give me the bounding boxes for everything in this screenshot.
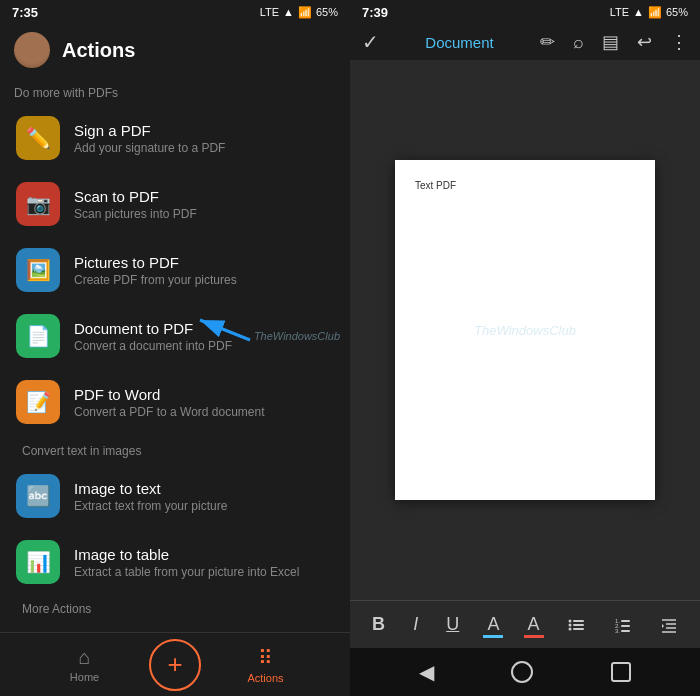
left-panel: 7:35 LTE ▲ 📶 65% Actions Do more with PD… <box>0 0 350 696</box>
bottom-nav-left: ⌂ Home + ⠿ Actions <box>0 632 350 696</box>
svg-rect-11 <box>621 625 630 627</box>
bold-button[interactable]: B <box>366 610 391 639</box>
svg-rect-13 <box>621 630 630 632</box>
action-item-img-text[interactable]: 🔤 Image to text Extract text from your p… <box>8 464 342 528</box>
formatting-toolbar: B I U A A 1. 2. <box>350 600 700 648</box>
action-list: ✏️ Sign a PDF Add your signature to a PD… <box>0 106 350 632</box>
lte-icon: LTE <box>260 6 279 18</box>
status-icons-left: LTE ▲ 📶 65% <box>260 6 338 19</box>
text-color-button[interactable]: A <box>522 610 546 639</box>
svg-rect-5 <box>573 624 584 626</box>
nav-home[interactable]: ⌂ Home <box>20 646 149 683</box>
recents-button[interactable] <box>611 662 631 682</box>
img-text-desc: Extract text from your picture <box>74 499 334 513</box>
time-right: 7:39 <box>362 5 388 20</box>
svg-marker-18 <box>662 624 664 628</box>
sign-pdf-icon: ✏️ <box>16 116 60 160</box>
pictures-pdf-desc: Create PDF from your pictures <box>74 273 334 287</box>
avatar <box>14 32 50 68</box>
pdf-word-desc: Convert a PDF to a Word document <box>74 405 334 419</box>
action-item-pdf-word[interactable]: 📝 PDF to Word Convert a PDF to a Word do… <box>8 370 342 434</box>
signal-bars-right: ▲ <box>633 6 644 18</box>
scan-pdf-text: Scan to PDF Scan pictures into PDF <box>74 188 334 221</box>
img-text-text: Image to text Extract text from your pic… <box>74 480 334 513</box>
action-item-sign-pdf[interactable]: ✏️ Sign a PDF Add your signature to a PD… <box>8 106 342 170</box>
svg-rect-3 <box>573 620 584 622</box>
section-label-pdfs: Do more with PDFs <box>0 78 350 106</box>
pdf-content-text: Text PDF <box>415 180 456 191</box>
svg-rect-9 <box>621 620 630 622</box>
bullet-list-button[interactable] <box>562 612 592 638</box>
system-nav-right: ◀ <box>350 648 700 696</box>
pdf-word-text: PDF to Word Convert a PDF to a Word docu… <box>74 386 334 419</box>
status-icons-right: LTE ▲ 📶 65% <box>610 6 688 19</box>
action-item-scan-pdf[interactable]: 📷 Scan to PDF Scan pictures into PDF <box>8 172 342 236</box>
home-circle-button[interactable] <box>511 661 533 683</box>
more-options-icon[interactable]: ⋮ <box>670 31 688 53</box>
section-label-images: Convert text in images <box>8 436 342 464</box>
doc-preview-area: Text PDF TheWindowsClub <box>350 60 700 600</box>
action-item-pictures-pdf[interactable]: 🖼️ Pictures to PDF Create PDF from your … <box>8 238 342 302</box>
img-table-title: Image to table <box>74 546 334 563</box>
italic-button[interactable]: I <box>407 610 424 639</box>
undo-icon[interactable]: ↩ <box>637 31 652 53</box>
scan-pdf-desc: Scan pictures into PDF <box>74 207 334 221</box>
wifi-icon: 📶 <box>298 6 312 19</box>
battery-left: 65% <box>316 6 338 18</box>
sign-pdf-text: Sign a PDF Add your signature to a PDF <box>74 122 334 155</box>
pdf-word-title: PDF to Word <box>74 386 334 403</box>
scan-pdf-title: Scan to PDF <box>74 188 334 205</box>
doc-pdf-icon: 📄 <box>16 314 60 358</box>
color-letter: A <box>528 614 540 635</box>
scan-pdf-icon: 📷 <box>16 182 60 226</box>
sign-pdf-desc: Add your signature to a PDF <box>74 141 334 155</box>
numbered-list-button[interactable]: 1. 2. 3. <box>608 612 638 638</box>
status-bar-left: 7:35 LTE ▲ 📶 65% <box>0 0 350 24</box>
pdf-page: Text PDF <box>395 160 655 500</box>
svg-rect-7 <box>573 628 584 630</box>
time-left: 7:35 <box>12 5 38 20</box>
lte-icon-right: LTE <box>610 6 629 18</box>
highlight-line <box>483 635 503 638</box>
doc-header: ✓ Document ✏ ⌕ ▤ ↩ ⋮ <box>350 24 700 60</box>
img-table-icon: 📊 <box>16 540 60 584</box>
pen-tool-icon[interactable]: ✏ <box>540 31 555 53</box>
home-label: Home <box>70 671 99 683</box>
avatar-image <box>14 32 50 68</box>
actions-icon: ⠿ <box>258 646 273 670</box>
svg-text:3.: 3. <box>615 628 620 634</box>
img-table-desc: Extract a table from your picture into E… <box>74 565 334 579</box>
plus-icon: + <box>167 649 182 680</box>
back-button[interactable]: ◀ <box>419 660 434 684</box>
signal-bars: ▲ <box>283 6 294 18</box>
nav-actions[interactable]: ⠿ Actions <box>201 646 330 684</box>
indent-button[interactable] <box>654 612 684 638</box>
highlight-letter: A <box>487 614 499 635</box>
pages-icon[interactable]: ▤ <box>602 31 619 53</box>
svg-point-2 <box>568 619 571 622</box>
img-table-text: Image to table Extract a table from your… <box>74 546 334 579</box>
section-label-more: More Actions <box>8 596 342 620</box>
arrow-annotation <box>180 310 260 360</box>
right-panel: 7:39 LTE ▲ 📶 65% ✓ Document ✏ ⌕ ▤ ↩ ⋮ Te… <box>350 0 700 696</box>
action-item-doc-pdf[interactable]: 📄 Document to PDF Convert a document int… <box>8 304 342 368</box>
status-bar-right: 7:39 LTE ▲ 📶 65% <box>350 0 700 24</box>
search-doc-icon[interactable]: ⌕ <box>573 32 584 53</box>
svg-point-6 <box>568 627 571 630</box>
svg-point-4 <box>568 623 571 626</box>
pictures-pdf-text: Pictures to PDF Create PDF from your pic… <box>74 254 334 287</box>
img-text-icon: 🔤 <box>16 474 60 518</box>
pictures-pdf-icon: 🖼️ <box>16 248 60 292</box>
fab-add-button[interactable]: + <box>149 639 201 691</box>
sign-pdf-title: Sign a PDF <box>74 122 334 139</box>
battery-right: 65% <box>666 6 688 18</box>
highlight-button[interactable]: A <box>481 610 505 639</box>
underline-button[interactable]: U <box>440 610 465 639</box>
doc-title: Document <box>425 34 493 51</box>
header-left: Actions <box>0 24 350 78</box>
img-text-title: Image to text <box>74 480 334 497</box>
action-item-img-table[interactable]: 📊 Image to table Extract a table from yo… <box>8 530 342 594</box>
check-button[interactable]: ✓ <box>362 30 379 54</box>
pdf-word-icon: 📝 <box>16 380 60 424</box>
color-underline <box>524 635 544 638</box>
